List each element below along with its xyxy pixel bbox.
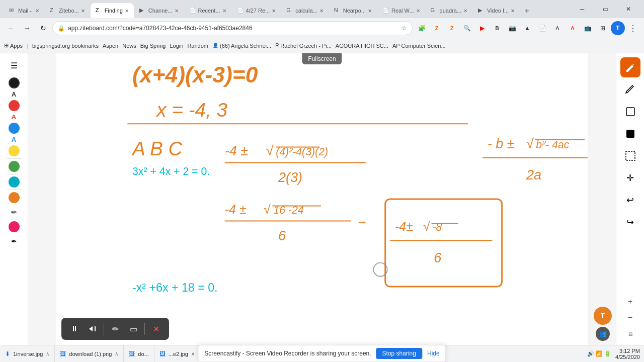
rewind-button[interactable] xyxy=(85,321,101,337)
tab-close-ziteboard1[interactable]: ✕ xyxy=(81,8,85,14)
tools-icon-a[interactable]: A xyxy=(550,21,565,35)
youtube-icon[interactable]: ▶ xyxy=(475,21,489,35)
z-icon-2[interactable]: Z xyxy=(445,21,459,35)
bookmark-login[interactable]: Login xyxy=(170,43,184,49)
color-blue[interactable] xyxy=(9,123,20,134)
bookmark-random[interactable]: Random xyxy=(187,43,208,49)
profile-button[interactable]: T xyxy=(611,21,625,35)
bookmark-bigspring[interactable]: bigspringsd.org bookmarks xyxy=(32,43,99,49)
edu-icon[interactable]: B xyxy=(490,21,504,35)
svg-text:√: √ xyxy=(266,143,274,158)
z-icon-1[interactable]: Z xyxy=(430,21,444,35)
tab-april27[interactable]: 📄 4/27 Re... ✕ xyxy=(232,3,281,18)
tab-finding[interactable]: Z Finding ✕ xyxy=(91,3,134,18)
address-bar[interactable]: 🔒 app.ziteboard.com/?code=a7028473-42ce-… xyxy=(52,21,413,35)
download-1inverse[interactable]: ⬇ 1inverse.jpg ∧ xyxy=(0,345,55,363)
download-download1[interactable]: 🖼 download (1).png ∧ xyxy=(55,345,124,363)
download-do[interactable]: 🖼 do... xyxy=(124,345,154,363)
chevron-2[interactable]: ∧ xyxy=(115,351,118,356)
tab-close-nearpo[interactable]: ✕ xyxy=(368,8,372,14)
move-tool[interactable]: ✛ xyxy=(620,168,640,188)
select-tool[interactable] xyxy=(620,146,640,166)
tab-close-finding[interactable]: ✕ xyxy=(125,8,129,14)
stop-sharing-button[interactable]: Stop sharing xyxy=(376,348,422,359)
cast-icon[interactable]: 📺 xyxy=(581,21,595,35)
bookmark-news[interactable]: News xyxy=(122,43,136,49)
tab-video[interactable]: ▶ Video I... ✕ xyxy=(473,3,520,18)
hide-button[interactable]: Hide xyxy=(427,350,440,357)
tab-mail[interactable]: ✉ Mail - ✕ xyxy=(4,3,44,18)
zoom-out-button[interactable]: − xyxy=(621,311,639,325)
tab-channel[interactable]: ▶ Channe... ✕ xyxy=(134,3,184,18)
color-green[interactable] xyxy=(9,161,20,172)
shapes-tool[interactable] xyxy=(620,102,640,122)
more-button[interactable]: ⋮ xyxy=(626,21,640,35)
svg-text:√: √ xyxy=(264,202,271,216)
tab-close-channel[interactable]: ✕ xyxy=(175,8,179,14)
tab-close-recent[interactable]: ✕ xyxy=(222,8,226,14)
tab-realw[interactable]: 📄 Real W... ✕ xyxy=(377,3,425,18)
marker-tool-right[interactable] xyxy=(620,79,640,100)
color-orange[interactable] xyxy=(9,192,20,203)
adobe-icon[interactable]: A xyxy=(566,21,580,35)
tab-favicon-quadra: G xyxy=(431,7,438,14)
camera-icon[interactable]: 📷 xyxy=(505,21,519,35)
download-e2[interactable]: 🖼 ...e2.jpg ∧ xyxy=(154,345,200,363)
bookmark-agoura[interactable]: AGOURA HIGH SC... xyxy=(336,43,388,49)
undo-button[interactable]: ↩ xyxy=(620,190,640,210)
color-black[interactable] xyxy=(9,77,20,88)
draw-button[interactable]: ✏ xyxy=(107,321,123,337)
tab-nearpo[interactable]: N Nearpo... ✕ xyxy=(329,3,377,18)
pause-button[interactable]: ⏸ xyxy=(66,321,83,337)
bookmark-ap[interactable]: AP Computer Scien... xyxy=(392,43,446,49)
user-avatar[interactable]: T xyxy=(594,307,612,325)
color-yellow[interactable] xyxy=(9,145,20,156)
marker-tool[interactable]: ✒ xyxy=(6,233,22,249)
bookmark-apps[interactable]: ⊞ Apps xyxy=(4,42,23,49)
whiteboard[interactable]: (x+4)(x-3)=0 x = -4, 3 A B C 3x² + 4x + … xyxy=(56,53,588,345)
color-red[interactable] xyxy=(9,100,20,111)
close-video-button[interactable]: ✕ xyxy=(148,321,164,337)
color-cyan[interactable] xyxy=(9,176,20,188)
minimize-button[interactable]: ─ xyxy=(571,0,594,18)
bookmark-angela[interactable]: 👤 (66) Angela Schnei... xyxy=(212,43,271,49)
bookmark-aspen[interactable]: Aspen xyxy=(103,43,118,49)
chevron-4[interactable]: ∧ xyxy=(191,351,195,356)
fill-tool[interactable] xyxy=(620,124,640,144)
tab-recent[interactable]: 📄 Recent... ✕ xyxy=(184,3,231,18)
tab-close-quadra[interactable]: ✕ xyxy=(463,8,467,14)
tab-close-realw[interactable]: ✕ xyxy=(416,8,420,14)
pen-tool[interactable]: ✏ xyxy=(6,204,22,220)
refresh-button[interactable]: ↻ xyxy=(36,21,50,35)
zoom-reset-button[interactable]: ⊟ xyxy=(621,327,639,341)
tab-close-video[interactable]: ✕ xyxy=(511,8,515,14)
tab-calculator[interactable]: G calcula... ✕ xyxy=(281,3,328,18)
forward-button[interactable]: → xyxy=(20,21,34,35)
zoom-in-button[interactable]: + xyxy=(621,295,639,309)
separator xyxy=(104,323,104,335)
maximize-button[interactable]: ▭ xyxy=(594,0,617,18)
users-icon[interactable]: 👥 xyxy=(596,327,610,341)
menu-button[interactable]: ☰ xyxy=(6,57,22,73)
tab-close-mail[interactable]: ✕ xyxy=(35,8,39,14)
bookmark-bigspring2[interactable]: Big Spring xyxy=(140,43,166,49)
tab-quadra[interactable]: G quadra... ✕ xyxy=(426,3,472,18)
chevron-1[interactable]: ∧ xyxy=(46,351,49,356)
apps2-icon[interactable]: ⊞ xyxy=(596,21,610,35)
close-button[interactable]: ✕ xyxy=(617,0,640,18)
new-tab-button[interactable]: + xyxy=(520,4,534,18)
docs-icon[interactable]: 📄 xyxy=(535,21,549,35)
color-pink[interactable] xyxy=(9,221,20,232)
tab-ziteboard1[interactable]: Z Zitebo... ✕ xyxy=(45,3,90,18)
tab-close-april27[interactable]: ✕ xyxy=(272,8,276,14)
extensions-icon[interactable]: 🧩 xyxy=(415,21,429,35)
tab-close-calculator[interactable]: ✕ xyxy=(319,8,324,14)
back-button[interactable]: ← xyxy=(4,21,18,35)
bookmark-rachel[interactable]: R Rachel Grzech - Pi... xyxy=(275,43,332,49)
highlight-button[interactable]: ▭ xyxy=(125,321,141,337)
zoom-ext[interactable]: 🔍 xyxy=(460,21,474,35)
drive-icon[interactable]: ▲ xyxy=(520,21,534,35)
pen-tool-right[interactable] xyxy=(620,57,640,77)
bookmark-icon[interactable]: ☆ xyxy=(401,25,407,32)
redo-button[interactable]: ↪ xyxy=(620,212,640,232)
